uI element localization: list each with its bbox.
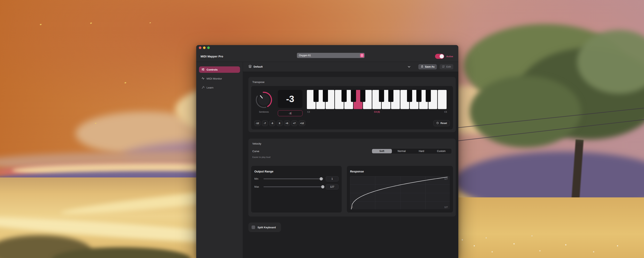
piano-key-black[interactable] (416, 90, 422, 102)
curve-label: Curve (252, 150, 259, 153)
preset-name: Default (254, 65, 263, 68)
transpose-input-value: -3 (289, 112, 291, 115)
curve-row: Curve SoftNormalHardCustom (251, 148, 453, 154)
save-as-label: Save As (425, 65, 434, 68)
piano-key-black[interactable] (323, 90, 328, 102)
curve-option-normal[interactable]: Normal (392, 149, 412, 153)
semitones-knob-group: Semitones (254, 90, 274, 113)
min-slider[interactable] (264, 177, 324, 180)
tree-canopy (470, 76, 581, 148)
quick-transpose-button-minus5[interactable]: -5 (269, 120, 275, 126)
piano-key-black[interactable] (360, 90, 366, 102)
piano-key-black[interactable] (388, 90, 394, 102)
curve-hint: Easier to play loud (251, 154, 453, 158)
sidebar: ControlsMIDI MonitorLearn (196, 62, 243, 258)
keyboard-group: C3 C4 (0) C5 (307, 90, 448, 114)
toggle-knob (440, 54, 444, 58)
transpose-display-group: -3 -3 (278, 90, 302, 116)
sidebar-item-midi-monitor[interactable]: MIDI Monitor (199, 75, 240, 82)
curve-segmented-control: SoftNormalHardCustom (371, 148, 452, 154)
min-value[interactable]: 1 (326, 176, 338, 181)
transpose-panel: Semitones -3 -3 (251, 86, 453, 130)
key-label-high: C5 (444, 111, 447, 113)
max-slider-handle[interactable] (321, 185, 324, 188)
split-keyboard-toggle[interactable]: Split Keyboard (248, 222, 281, 232)
quick-transpose-button-plus12[interactable]: +12 (299, 120, 306, 126)
quick-transpose-row: -12-7-50+5+7+12 Reset (254, 120, 450, 126)
active-toggle[interactable] (435, 54, 444, 59)
key-label-center: C4 (0) (374, 111, 380, 113)
edit-label: Edit (446, 65, 451, 68)
max-slider[interactable] (264, 185, 324, 188)
output-range-panel: Output Range Min 1 (251, 166, 342, 213)
output-range-title: Output Range (254, 170, 338, 173)
keyboard-labels: C3 C4 (0) C5 (307, 110, 448, 114)
piano-key-black[interactable] (407, 90, 412, 102)
min-slider-handle[interactable] (320, 177, 323, 180)
slider-track[interactable] (264, 186, 324, 187)
transpose-title: Transpose (251, 80, 453, 86)
key-label-low: C3 (307, 111, 310, 113)
zoom-button[interactable] (207, 46, 210, 49)
active-toggle-group: Active (435, 54, 453, 59)
select-stepper-icon[interactable] (360, 53, 364, 57)
app-window: MIDI Mapper Pro Oxygen 61 Active Control… (196, 45, 458, 258)
velocity-title: Velocity (251, 142, 453, 148)
piano-key-black[interactable] (379, 90, 384, 102)
quick-transpose-button-0[interactable]: 0 (277, 120, 282, 126)
piano-key-black[interactable] (351, 90, 356, 102)
close-button[interactable] (199, 46, 202, 49)
max-row: Max 127 (254, 184, 338, 189)
min-label: Min (254, 177, 261, 180)
edit-icon (442, 65, 445, 69)
curve-option-custom[interactable]: Custom (432, 149, 451, 153)
sidebar-item-learn[interactable]: Learn (199, 84, 240, 91)
save-icon (421, 65, 424, 69)
piano-key-black[interactable] (314, 90, 318, 102)
min-row: Min 1 (254, 176, 338, 181)
max-label: Max (254, 185, 261, 188)
traffic-lights (199, 46, 210, 49)
sidebar-item-label: Controls (206, 68, 218, 71)
edit-button[interactable]: Edit (440, 64, 453, 69)
preset-selector[interactable]: Default (248, 65, 263, 69)
max-value[interactable]: 127 (326, 184, 338, 189)
wand-icon (202, 86, 204, 89)
preset-bar: Default Save As (243, 62, 458, 72)
wheat-field (454, 197, 644, 258)
response-input-max-label: 127 (444, 206, 448, 208)
piano-key-black[interactable] (342, 90, 347, 102)
quick-transpose-button-plus7[interactable]: +7 (291, 120, 297, 126)
minimize-button[interactable] (203, 46, 206, 49)
device-select[interactable]: Oxygen 61 (297, 53, 364, 58)
sidebar-item-label: MIDI Monitor (206, 77, 222, 80)
save-as-button[interactable]: Save As (418, 64, 437, 69)
piano-key-black[interactable] (426, 90, 431, 102)
response-max-label: 127 (444, 178, 448, 180)
curve-option-soft[interactable]: Soft (372, 149, 392, 153)
semitones-knob[interactable] (255, 91, 273, 109)
quick-transpose-button-minus7[interactable]: -7 (262, 120, 268, 126)
activity-icon (202, 77, 204, 81)
sliders-icon (202, 68, 204, 72)
curve-option-hard[interactable]: Hard (412, 149, 432, 153)
transpose-input[interactable]: -3 (278, 110, 302, 116)
app-title: MIDI Mapper Pro (200, 55, 223, 58)
piano-keyboard (307, 90, 448, 109)
sidebar-item-controls[interactable]: Controls (199, 66, 240, 73)
piano-key-white[interactable] (438, 90, 446, 109)
transpose-card: Transpose (248, 77, 456, 132)
reset-button[interactable]: Reset (434, 120, 450, 126)
reset-icon (436, 122, 439, 125)
response-curve (350, 176, 450, 209)
quick-transpose-button-minus12[interactable]: -12 (254, 120, 260, 126)
reset-label: Reset (440, 122, 447, 124)
main-area: Default Save As (243, 62, 458, 258)
chevron-down-icon[interactable] (408, 66, 410, 68)
split-keyboard-checkbox[interactable] (252, 225, 255, 229)
split-keyboard-label: Split Keyboard (258, 226, 276, 229)
preset-actions: Save As Edit (408, 64, 453, 69)
quick-transpose-button-plus5[interactable]: +5 (284, 120, 290, 126)
slider-track[interactable] (264, 178, 324, 179)
text-caret (291, 112, 292, 115)
